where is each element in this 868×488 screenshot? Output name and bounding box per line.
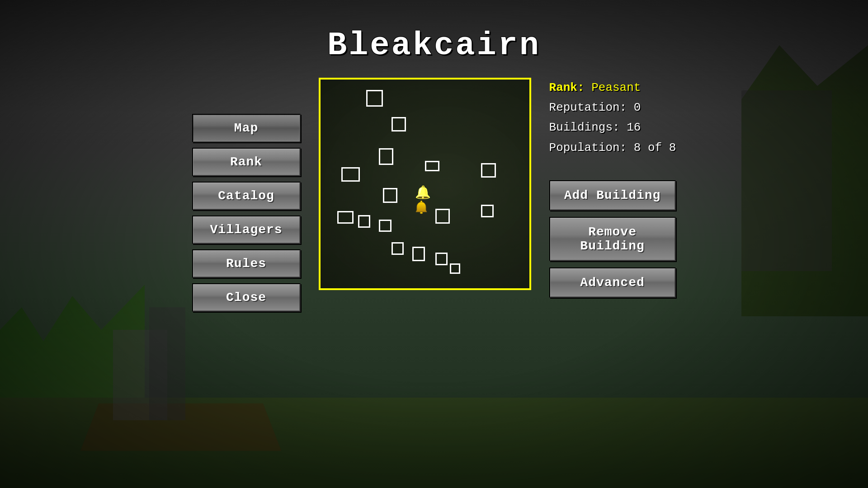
building-marker bbox=[412, 247, 425, 261]
building-marker bbox=[435, 253, 448, 265]
map-container bbox=[319, 78, 531, 290]
building-marker bbox=[450, 263, 460, 274]
buildings-value: 16 bbox=[627, 121, 641, 134]
reputation-stat-line: Reputation: 0 bbox=[549, 98, 676, 117]
left-sidebar: Map Rank Catalog Villagers Rules Close bbox=[192, 114, 301, 312]
rank-label: Rank: bbox=[549, 81, 585, 94]
add-building-button[interactable]: Add Building bbox=[549, 180, 676, 211]
rank-value: Peasant bbox=[591, 81, 641, 94]
rank-button[interactable]: Rank bbox=[192, 148, 301, 176]
reputation-label: Reputation: bbox=[549, 101, 627, 114]
rank-stat-line: Rank: Peasant bbox=[549, 78, 676, 98]
population-value: 8 of 8 bbox=[634, 141, 676, 155]
title-section: Bleakcairn bbox=[327, 27, 541, 64]
building-marker bbox=[379, 148, 393, 165]
rules-button[interactable]: Rules bbox=[192, 249, 301, 278]
player-marker bbox=[415, 185, 426, 199]
building-marker bbox=[383, 188, 397, 202]
buildings-stat-line: Buildings: 16 bbox=[549, 117, 676, 137]
building-marker bbox=[392, 117, 406, 131]
building-marker bbox=[425, 161, 439, 171]
ui-container: Bleakcairn Map Rank Catalog Villagers Ru… bbox=[0, 0, 868, 488]
population-stat-line: Population: 8 of 8 bbox=[549, 138, 676, 158]
stats-section: Rank: Peasant Reputation: 0 Buildings: 1… bbox=[549, 78, 676, 158]
building-marker bbox=[341, 167, 360, 182]
reputation-value: 0 bbox=[634, 101, 641, 114]
catalog-button[interactable]: Catalog bbox=[192, 182, 301, 210]
map-background bbox=[321, 80, 529, 288]
building-marker bbox=[435, 209, 450, 223]
remove-building-button[interactable]: Remove Building bbox=[549, 217, 676, 261]
population-label: Population: bbox=[549, 141, 627, 155]
map-button[interactable]: Map bbox=[192, 114, 301, 142]
village-title: Bleakcairn bbox=[327, 27, 541, 64]
building-marker bbox=[392, 242, 404, 255]
building-marker bbox=[481, 163, 495, 178]
building-marker bbox=[358, 215, 371, 228]
right-panel: Rank: Peasant Reputation: 0 Buildings: 1… bbox=[549, 78, 676, 298]
svg-rect-1 bbox=[420, 201, 422, 202]
building-marker bbox=[481, 205, 494, 217]
svg-point-0 bbox=[420, 212, 423, 214]
building-marker bbox=[337, 211, 354, 224]
buildings-label: Buildings: bbox=[549, 121, 620, 134]
right-buttons: Add Building Remove Building Advanced bbox=[549, 180, 676, 298]
building-marker bbox=[366, 90, 383, 107]
close-button[interactable]: Close bbox=[192, 283, 301, 312]
villagers-button[interactable]: Villagers bbox=[192, 216, 301, 244]
main-content: Map Rank Catalog Villagers Rules Close bbox=[0, 78, 868, 312]
building-marker bbox=[379, 220, 392, 232]
advanced-button[interactable]: Advanced bbox=[549, 267, 676, 298]
